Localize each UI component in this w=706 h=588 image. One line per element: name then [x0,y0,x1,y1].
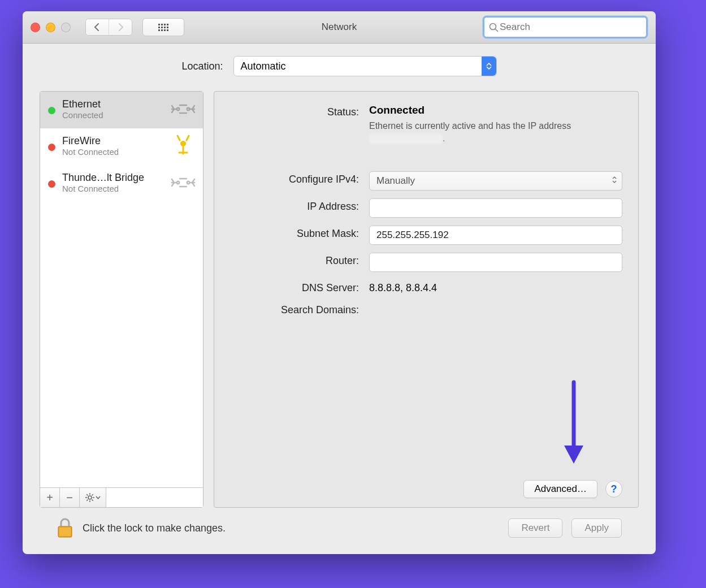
dns-server-row: DNS Server: 8.8.8.8, 8.8.4.4 [230,280,622,294]
subnet-mask-field[interactable]: 255.255.255.192 [369,226,622,245]
search-domains-row: Search Domains: [230,302,622,316]
nav-buttons [85,19,132,36]
show-all-button[interactable] [142,18,184,36]
titlebar: Network [23,11,656,44]
minus-icon: − [66,491,73,504]
ip-address-label: IP Address: [230,198,369,213]
stepper-arrows-icon [612,175,617,187]
svg-point-7 [88,496,92,499]
dns-server-label: DNS Server: [230,280,369,294]
configure-ipv4-value: Manually [376,175,415,187]
search-input[interactable] [499,21,642,33]
status-label: Status: [230,104,369,118]
sidebar-item-status: Not Connected [62,147,170,157]
advanced-button[interactable]: Advanced… [523,480,597,498]
apply-button[interactable]: Apply [571,518,622,538]
status-row: Status: Connected Ethernet is currently … [230,104,622,145]
svg-line-15 [92,494,93,495]
router-field[interactable] [369,253,622,272]
sidebar-item-firewire[interactable]: FireWire Not Connected [40,128,203,165]
svg-line-1 [495,29,498,32]
subnet-mask-row: Subnet Mask: 255.255.255.192 [230,226,622,245]
zoom-icon [61,23,71,32]
sidebar-item-name: Ethernet [62,98,170,110]
configure-ipv4-label: Configure IPv4: [230,171,369,185]
configure-ipv4-row: Configure IPv4: Manually [230,171,622,191]
sidebar-item-text: Thunde…lt Bridge Not Connected [62,172,170,193]
sidebar-item-name: FireWire [62,135,170,147]
help-button[interactable]: ? [605,481,622,498]
location-dropdown[interactable]: Automatic [233,56,497,76]
search-field[interactable] [483,16,648,38]
location-row: Location: Automatic [40,56,639,76]
svg-point-5 [177,181,179,184]
svg-point-4 [180,141,186,146]
bottom-bar: Click the lock to make changes. Revert A… [40,508,639,554]
sidebar-item-text: FireWire Not Connected [62,135,170,157]
sidebar-item-status: Connected [62,110,170,120]
chevron-down-icon [96,496,101,499]
grid-icon [158,24,168,31]
status-description: Ethernet is currently active and has the… [369,120,612,145]
sidebar-footer-spacer [106,488,203,507]
ethernet-icon [170,96,196,122]
location-label: Location: [181,60,223,72]
remove-interface-button[interactable]: − [60,488,80,507]
sidebar-item-status: Not Connected [62,184,170,193]
close-icon[interactable] [31,23,40,32]
chevron-left-icon [94,23,101,31]
interfaces-list: Ethernet Connected FireWire Not Connecte… [40,92,203,487]
sidebar-item-name: Thunde…lt Bridge [62,172,170,184]
status-dot-icon [48,107,55,114]
search-domains-label: Search Domains: [230,302,369,316]
router-label: Router: [230,253,369,267]
router-row: Router: [230,253,622,272]
svg-line-12 [86,494,88,495]
configure-ipv4-dropdown[interactable]: Manually [369,171,622,191]
svg-point-3 [187,108,189,110]
annotation-arrow-icon [554,379,594,469]
chevron-right-icon [117,23,124,31]
svg-line-14 [86,500,88,501]
detail-footer: Advanced… ? [230,474,622,498]
svg-point-2 [177,108,179,110]
subnet-mask-label: Subnet Mask: [230,226,369,240]
sidebar-item-ethernet[interactable]: Ethernet Connected [40,92,203,128]
ip-address-row: IP Address: [230,198,622,218]
firewire-icon [170,133,196,159]
lock-text: Click the lock to make changes. [83,522,499,534]
search-icon [489,23,499,32]
plus-icon: + [46,491,53,504]
back-button[interactable] [86,19,109,35]
redacted-ip [369,134,443,144]
svg-point-6 [187,181,189,184]
svg-rect-17 [59,528,71,536]
forward-button[interactable] [109,19,132,35]
status-dot-icon [48,144,55,151]
main-row: Ethernet Connected FireWire Not Connecte… [40,91,639,508]
status-value: Connected [369,104,622,116]
status-dot-icon [48,180,55,188]
help-icon: ? [611,483,617,495]
ip-address-field[interactable] [369,198,622,218]
network-preferences-window: Network Location: Automatic [23,11,656,554]
gear-icon [85,493,94,502]
sidebar-item-text: Ethernet Connected [62,98,170,120]
sidebar-item-thunderbolt[interactable]: Thunde…lt Bridge Not Connected [40,165,203,202]
dropdown-arrows-icon [482,57,496,76]
dns-server-value: 8.8.8.8, 8.8.4.4 [369,280,622,294]
window-controls [31,23,71,32]
window-title: Network [322,21,357,33]
svg-line-13 [92,500,93,501]
interfaces-sidebar: Ethernet Connected FireWire Not Connecte… [40,91,203,508]
add-interface-button[interactable]: + [40,488,60,507]
subnet-mask-value: 255.255.255.192 [376,230,449,241]
lock-icon[interactable] [57,518,73,538]
minimize-icon[interactable] [46,23,55,32]
location-selected: Automatic [241,60,286,72]
search-field-container [483,16,648,38]
ethernet-icon [170,170,196,196]
search-domains-value [369,302,622,304]
interface-actions-button[interactable] [80,488,106,507]
revert-button[interactable]: Revert [508,518,562,538]
